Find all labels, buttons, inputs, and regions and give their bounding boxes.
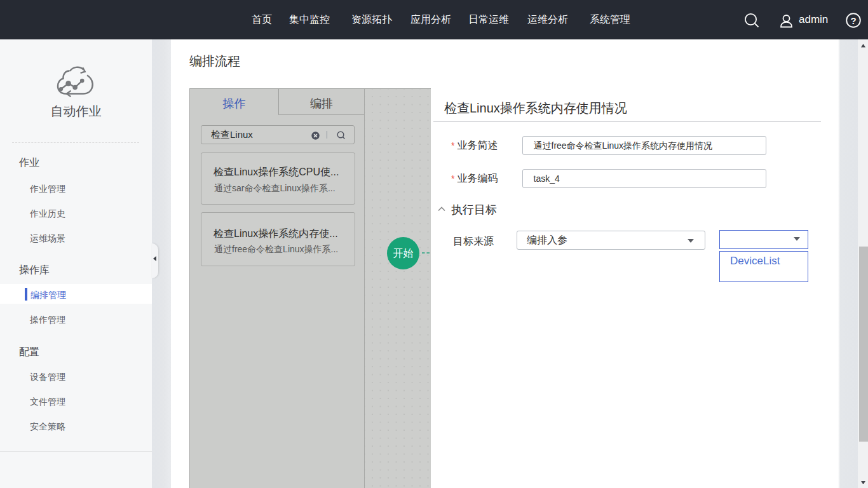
svg-text:?: ? — [850, 15, 856, 25]
